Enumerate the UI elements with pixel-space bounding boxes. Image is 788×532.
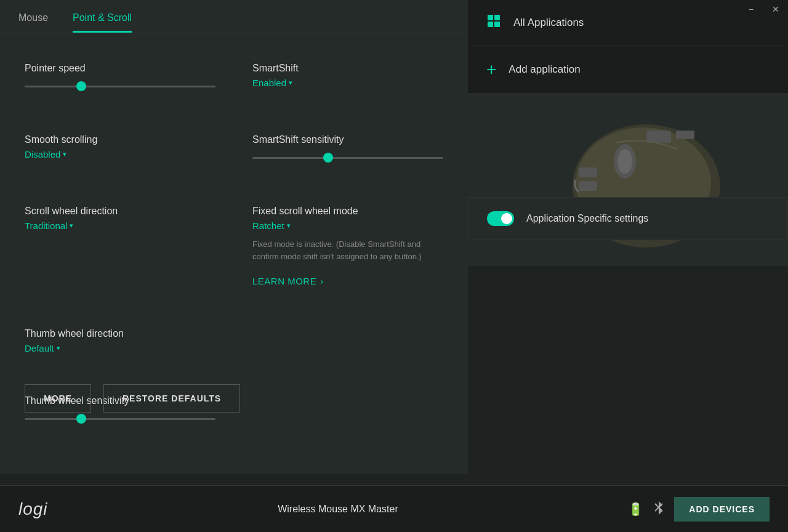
scroll-wheel-direction-label: Scroll wheel direction bbox=[25, 206, 228, 217]
smooth-scrolling-chevron: ▾ bbox=[63, 150, 66, 158]
pointer-speed-thumb[interactable] bbox=[76, 81, 86, 91]
thumb-wheel-direction-label: Thumb wheel direction bbox=[25, 328, 228, 339]
tab-mouse[interactable]: Mouse bbox=[18, 12, 48, 33]
titlebar: − ✕ bbox=[739, 0, 788, 18]
svg-rect-3 bbox=[494, 22, 500, 27]
thumb-wheel-direction-value[interactable]: Default ▾ bbox=[25, 343, 228, 353]
scroll-wheel-direction-chevron: ▾ bbox=[70, 222, 73, 230]
app-specific-label: Application Specific settings bbox=[526, 213, 648, 224]
main-panel: Mouse Point & Scroll Pointer speed Smart… bbox=[0, 0, 468, 474]
smartshift-sensitivity-setting: SmartShift sensitivity bbox=[228, 123, 443, 195]
smartshift-sensitivity-slider[interactable] bbox=[252, 151, 443, 164]
close-button[interactable]: ✕ bbox=[763, 0, 788, 18]
learn-more-link[interactable]: LEARN MORE › bbox=[252, 276, 443, 286]
scroll-wheel-direction-value[interactable]: Traditional ▾ bbox=[25, 220, 228, 231]
smartshift-label: SmartShift bbox=[252, 63, 443, 74]
plus-icon: + bbox=[486, 60, 496, 79]
logi-logo: logi bbox=[18, 499, 48, 519]
add-application-item[interactable]: + Add application bbox=[468, 46, 788, 94]
smartshift-sensitivity-label: SmartShift sensitivity bbox=[252, 134, 443, 145]
fixed-scroll-chevron: ▾ bbox=[287, 222, 291, 230]
device-name: Wireless Mouse MX Master bbox=[278, 504, 398, 515]
svg-rect-11 bbox=[676, 131, 694, 139]
pointer-speed-track bbox=[25, 86, 215, 87]
tabs-container: Mouse Point & Scroll bbox=[0, 0, 468, 33]
fixed-scroll-value[interactable]: Ratchet ▾ bbox=[252, 220, 443, 231]
smartshift-sensitivity-track bbox=[252, 157, 443, 159]
smartshift-sensitivity-thumb[interactable] bbox=[323, 153, 333, 163]
bluetooth-icon bbox=[653, 500, 664, 518]
svg-point-7 bbox=[617, 149, 632, 174]
app-dropdown-panel: All Applications + Add application bbox=[468, 0, 788, 209]
footer-right: 🔋 ADD DEVICES bbox=[628, 497, 770, 522]
more-button[interactable]: MORE bbox=[25, 384, 91, 413]
svg-rect-8 bbox=[579, 167, 597, 177]
svg-rect-10 bbox=[646, 131, 671, 143]
app-specific-settings-bar: Application Specific settings bbox=[468, 197, 788, 240]
smartshift-chevron: ▾ bbox=[289, 79, 292, 87]
learn-more-label: LEARN MORE bbox=[252, 276, 316, 286]
svg-rect-9 bbox=[579, 181, 597, 191]
thumb-wheel-direction-chevron: ▾ bbox=[57, 344, 60, 352]
pointer-speed-setting: Pointer speed bbox=[25, 52, 228, 123]
restore-defaults-button[interactable]: RESTORE DEFAULTS bbox=[103, 384, 240, 413]
smartshift-value[interactable]: Enabled ▾ bbox=[252, 78, 443, 88]
svg-rect-2 bbox=[488, 22, 493, 27]
fixed-mode-note: Fixed mode is inactive. (Disable SmartSh… bbox=[252, 238, 443, 262]
battery-icon: 🔋 bbox=[628, 502, 643, 517]
add-application-label: Add application bbox=[509, 63, 580, 76]
tab-point-scroll[interactable]: Point & Scroll bbox=[73, 12, 132, 33]
smooth-scrolling-value[interactable]: Disabled ▾ bbox=[25, 149, 228, 159]
pointer-speed-label: Pointer speed bbox=[25, 63, 228, 74]
app-specific-toggle[interactable] bbox=[487, 211, 514, 226]
smooth-scrolling-label: Smooth scrolling bbox=[25, 134, 228, 145]
mouse-illustration bbox=[523, 94, 733, 266]
footer: logi Wireless Mouse MX Master 🔋 ADD DEVI… bbox=[0, 485, 788, 532]
all-applications-label: All Applications bbox=[513, 17, 584, 29]
pointer-speed-slider[interactable] bbox=[25, 80, 215, 92]
learn-more-arrow: › bbox=[320, 276, 324, 286]
fixed-scroll-wheel-setting: Fixed scroll wheel mode Ratchet ▾ Fixed … bbox=[228, 195, 443, 317]
fixed-scroll-label: Fixed scroll wheel mode bbox=[252, 206, 443, 217]
scroll-wheel-direction-setting: Scroll wheel direction Traditional ▾ bbox=[25, 195, 228, 317]
svg-rect-0 bbox=[488, 15, 493, 20]
add-devices-button[interactable]: ADD DEVICES bbox=[674, 497, 770, 522]
smooth-scrolling-setting: Smooth scrolling Disabled ▾ bbox=[25, 123, 228, 195]
bottom-actions: MORE RESTORE DEFAULTS bbox=[0, 372, 468, 425]
svg-rect-1 bbox=[494, 15, 500, 20]
toggle-knob bbox=[501, 213, 512, 224]
smartshift-setting: SmartShift Enabled ▾ bbox=[228, 52, 443, 123]
minimize-button[interactable]: − bbox=[739, 0, 763, 18]
grid-icon bbox=[486, 14, 501, 32]
